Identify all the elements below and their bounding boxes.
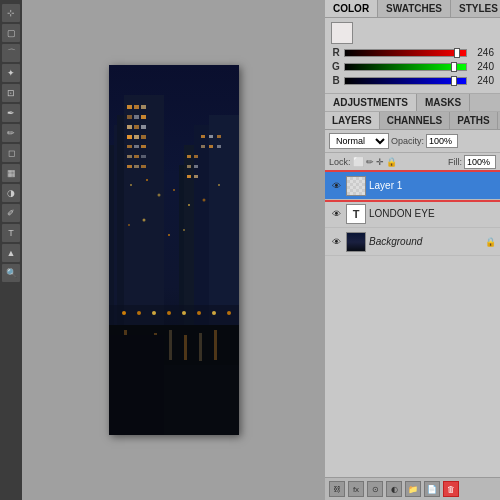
svg-rect-38 [217, 135, 221, 138]
tab-channels[interactable]: CHANNELS [380, 112, 451, 129]
svg-rect-59 [109, 335, 164, 435]
layer-thumb-layer1 [346, 176, 366, 196]
tab-masks[interactable]: MASKS [417, 94, 470, 111]
folder-icon[interactable]: 📁 [405, 481, 421, 497]
svg-point-69 [142, 219, 145, 222]
lock-brush-icon[interactable]: ✏ [366, 157, 374, 167]
blend-mode-select[interactable]: Normal [329, 133, 389, 149]
svg-rect-36 [201, 135, 205, 138]
tool-shape[interactable]: ▲ [2, 244, 20, 262]
lock-all-icon[interactable]: 🔒 [386, 157, 397, 167]
r-label: R [331, 47, 341, 58]
color-row-main [331, 22, 494, 44]
lock-move-icon[interactable]: ✛ [376, 157, 384, 167]
tab-layers[interactable]: LAYERS [325, 112, 380, 129]
g-value: 240 [470, 61, 494, 72]
svg-point-45 [152, 311, 156, 315]
new-layer-icon[interactable]: 📄 [424, 481, 440, 497]
tool-brush[interactable]: ✏ [2, 124, 20, 142]
b-slider[interactable] [344, 77, 467, 85]
tool-lasso[interactable]: ⌒ [2, 44, 20, 62]
tab-adjustments[interactable]: ADJUSTMENTS [325, 94, 417, 111]
svg-rect-35 [194, 175, 198, 178]
tool-dodge[interactable]: ◑ [2, 184, 20, 202]
svg-point-64 [173, 189, 175, 191]
tab-paths[interactable]: PATHS [450, 112, 497, 129]
color-sliders: R 246 G 240 B [325, 18, 500, 93]
layer-thumb-london-eye: T [346, 204, 366, 224]
layers-controls: Normal Opacity: [325, 130, 500, 153]
tool-type[interactable]: T [2, 224, 20, 242]
svg-rect-7 [141, 105, 146, 109]
tool-pen[interactable]: ✐ [2, 204, 20, 222]
adjustment-icon[interactable]: ◐ [386, 481, 402, 497]
tool-gradient[interactable]: ▦ [2, 164, 20, 182]
fx-icon[interactable]: fx [348, 481, 364, 497]
color-swatch[interactable] [331, 22, 353, 44]
lock-transparent-icon[interactable]: ⬜ [353, 157, 364, 167]
color-row-b: B 240 [331, 75, 494, 86]
layers-bottom-toolbar: ⛓ fx ⊙ ◐ 📁 📄 🗑 [325, 477, 500, 500]
visibility-icon-layer1[interactable]: 👁 [329, 180, 343, 192]
layer-item-layer1[interactable]: 👁 Layer 1 [325, 172, 500, 200]
tab-swatches[interactable]: SWATCHES [378, 0, 451, 17]
tool-wand[interactable]: ✦ [2, 64, 20, 82]
tab-color[interactable]: COLOR [325, 0, 378, 17]
link-layers-icon[interactable]: ⛓ [329, 481, 345, 497]
lock-label: Lock: [329, 157, 351, 167]
r-value: 246 [470, 47, 494, 58]
svg-rect-24 [134, 165, 139, 168]
layer-item-london-eye[interactable]: 👁 T LONDON EYE [325, 200, 500, 228]
tool-crop[interactable]: ⊡ [2, 84, 20, 102]
color-row-g: G 240 [331, 61, 494, 72]
svg-point-43 [122, 311, 126, 315]
svg-rect-55 [169, 330, 172, 360]
layers-spacer [325, 256, 500, 477]
opacity-input[interactable] [426, 134, 458, 148]
g-slider[interactable] [344, 63, 467, 71]
color-panel: COLOR SWATCHES STYLES R 246 G [325, 0, 500, 94]
mask-icon[interactable]: ⊙ [367, 481, 383, 497]
svg-rect-8 [127, 115, 132, 119]
layer-name-layer1: Layer 1 [369, 180, 496, 191]
svg-rect-37 [209, 135, 213, 138]
g-label: G [331, 61, 341, 72]
opacity-label: Opacity: [391, 136, 424, 146]
r-slider[interactable] [344, 49, 467, 57]
svg-rect-14 [127, 135, 132, 139]
delete-layer-icon[interactable]: 🗑 [443, 481, 459, 497]
tab-styles[interactable]: STYLES [451, 0, 500, 17]
svg-point-71 [183, 229, 185, 231]
tool-move[interactable]: ⊹ [2, 4, 20, 22]
tool-marquee[interactable]: ▢ [2, 24, 20, 42]
right-panel: COLOR SWATCHES STYLES R 246 G [325, 0, 500, 500]
tool-eyedropper[interactable]: ✒ [2, 104, 20, 122]
svg-point-67 [218, 184, 220, 186]
svg-rect-30 [187, 155, 191, 158]
layer-item-background[interactable]: 👁 Background 🔒 [325, 228, 500, 256]
photo-canvas [109, 65, 239, 435]
tool-zoom[interactable]: 🔍 [2, 264, 20, 282]
svg-rect-23 [127, 165, 132, 168]
svg-rect-58 [214, 330, 217, 360]
canvas-area [22, 0, 325, 500]
b-value: 240 [470, 75, 494, 86]
svg-rect-34 [187, 175, 191, 178]
svg-point-44 [137, 311, 141, 315]
visibility-icon-london-eye[interactable]: 👁 [329, 208, 343, 220]
adjustments-tabs: ADJUSTMENTS MASKS [325, 94, 500, 111]
visibility-icon-background[interactable]: 👁 [329, 236, 343, 248]
svg-rect-39 [201, 145, 205, 148]
color-row-r: R 246 [331, 47, 494, 58]
svg-rect-41 [217, 145, 221, 148]
svg-point-65 [188, 204, 190, 206]
svg-rect-20 [127, 155, 132, 158]
svg-rect-19 [141, 145, 146, 148]
svg-point-66 [202, 199, 205, 202]
svg-rect-6 [134, 105, 139, 109]
city-svg [109, 65, 239, 435]
svg-rect-21 [134, 155, 139, 158]
fill-input[interactable] [464, 155, 496, 169]
b-label: B [331, 75, 341, 86]
tool-eraser[interactable]: ◻ [2, 144, 20, 162]
